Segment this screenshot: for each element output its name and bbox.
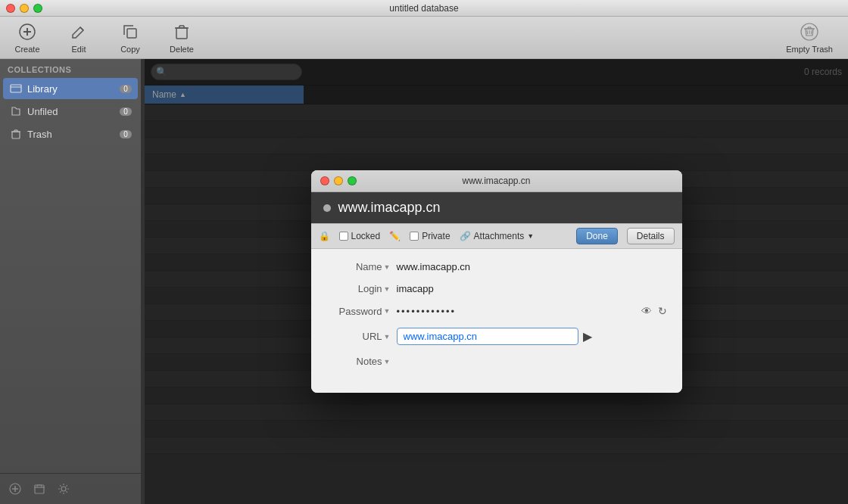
url-field-row: URL ▼ ▶ <box>326 328 667 345</box>
attachments-label: Attachments <box>474 231 525 241</box>
svg-rect-27 <box>35 485 44 493</box>
sidebar-unfiled-label: Unfiled <box>27 106 120 117</box>
edit-icon-item: ✏️ <box>389 231 401 241</box>
login-value: imacapp <box>397 283 434 294</box>
url-dropdown-arrow[interactable]: ▼ <box>384 333 391 341</box>
name-label: Name ▼ <box>326 261 391 272</box>
delete-icon <box>171 21 192 42</box>
edit-toolbar-item[interactable]: Edit <box>61 21 97 54</box>
sidebar-item-trash[interactable]: Trash 0 <box>3 123 138 145</box>
lock-icon: 🔒 <box>319 231 330 241</box>
titlebar: untitled database <box>0 0 848 17</box>
sidebar-unfiled-badge: 0 <box>120 107 132 116</box>
private-checkbox[interactable] <box>410 232 419 241</box>
password-label: Password ▼ <box>326 306 391 317</box>
svg-line-14 <box>807 30 808 34</box>
notes-dropdown-arrow[interactable]: ▼ <box>384 358 391 366</box>
create-icon <box>17 21 38 42</box>
locked-label: Locked <box>351 231 381 241</box>
svg-line-16 <box>812 30 812 34</box>
create-label: Create <box>14 45 39 54</box>
copy-label: Copy <box>120 45 140 54</box>
sidebar: COLLECTIONS Library 0 Unfiled 0 <box>0 59 142 504</box>
empty-trash-button[interactable]: Empty Trash <box>786 21 833 54</box>
pencil-icon: ✏️ <box>389 231 401 241</box>
name-field-row: Name ▼ www.imacapp.cn <box>326 261 667 272</box>
modal-minimize-button[interactable] <box>334 176 343 185</box>
svg-rect-17 <box>11 85 21 92</box>
delete-label: Delete <box>170 45 194 54</box>
window-title: untitled database <box>389 3 458 14</box>
private-toggle[interactable]: Private <box>410 231 450 241</box>
sidebar-item-library[interactable]: Library 0 <box>3 78 138 99</box>
trash-icon <box>9 127 23 141</box>
modal-close-button[interactable] <box>320 176 329 185</box>
unfiled-icon <box>9 104 23 118</box>
content-area: 🔍 0 records Name ▲ <box>145 59 848 504</box>
locked-toggle[interactable]: Locked <box>339 231 381 241</box>
empty-trash-icon <box>799 21 820 42</box>
sidebar-library-badge: 0 <box>120 85 132 93</box>
sidebar-library-label: Library <box>27 83 120 95</box>
refresh-password-icon[interactable]: ↻ <box>658 305 667 317</box>
url-label: URL ▼ <box>326 331 391 342</box>
password-value: •••••••••••• <box>397 306 457 317</box>
open-url-icon[interactable]: ▶ <box>583 329 592 344</box>
copy-icon <box>120 21 141 42</box>
modal-titlebar: www.imacapp.cn <box>311 170 682 192</box>
minimize-button[interactable] <box>20 4 29 13</box>
remove-collection-button[interactable] <box>30 480 48 498</box>
svg-point-32 <box>61 487 66 491</box>
modal-body: Name ▼ www.imacapp.cn Login ▼ imacapp <box>311 249 682 393</box>
reveal-password-icon[interactable]: 👁 <box>641 305 652 317</box>
attachments-button[interactable]: 🔗 Attachments ▼ <box>460 231 535 241</box>
modal-site-title: www.imacapp.cn <box>338 200 441 216</box>
sidebar-trash-label: Trash <box>27 129 120 140</box>
settings-button[interactable] <box>55 480 73 498</box>
create-toolbar-item[interactable]: Create <box>9 21 45 54</box>
notes-label: Notes ▼ <box>326 356 391 367</box>
library-icon <box>9 82 23 95</box>
modal-maximize-button[interactable] <box>348 176 357 185</box>
sidebar-item-unfiled[interactable]: Unfiled 0 <box>3 101 138 122</box>
details-button[interactable]: Details <box>627 228 675 244</box>
attachments-dropdown-arrow: ▼ <box>527 232 534 240</box>
lock-item: 🔒 <box>319 231 330 241</box>
url-input[interactable] <box>397 328 578 345</box>
modal-title: www.imacapp.cn <box>462 176 530 186</box>
collections-header: COLLECTIONS <box>0 59 141 77</box>
password-field-row: Password ▼ •••••••••••• 👁 ↻ <box>326 305 667 317</box>
edit-icon <box>68 21 89 42</box>
svg-rect-4 <box>176 28 187 39</box>
password-dropdown-arrow[interactable]: ▼ <box>384 307 391 315</box>
locked-checkbox[interactable] <box>339 232 348 241</box>
edit-label: Edit <box>72 45 86 54</box>
site-indicator <box>323 204 331 212</box>
add-collection-button[interactable] <box>6 480 24 498</box>
delete-toolbar-item[interactable]: Delete <box>164 21 200 54</box>
login-label: Login ▼ <box>326 283 391 294</box>
notes-field-row: Notes ▼ <box>326 356 667 367</box>
login-dropdown-arrow[interactable]: ▼ <box>384 285 391 293</box>
maximize-button[interactable] <box>33 4 42 13</box>
svg-rect-3 <box>127 29 136 38</box>
name-dropdown-arrow[interactable]: ▼ <box>384 263 391 271</box>
copy-toolbar-item[interactable]: Copy <box>112 21 148 54</box>
done-button[interactable]: Done <box>576 228 618 244</box>
private-label: Private <box>422 231 450 241</box>
name-value: www.imacapp.cn <box>397 261 471 272</box>
empty-trash-label: Empty Trash <box>786 45 833 54</box>
sidebar-footer <box>0 473 141 504</box>
svg-rect-19 <box>12 132 20 138</box>
modal-overlay: www.imacapp.cn www.imacapp.cn 🔒 Locked <box>145 59 848 504</box>
modal-header-row: www.imacapp.cn <box>311 192 682 223</box>
main-toolbar: Create Edit Copy <box>0 17 848 59</box>
modal-titlebar-buttons <box>320 176 357 185</box>
modal-toolbar: 🔒 Locked ✏️ Private 🔗 At <box>311 223 682 249</box>
password-row: •••••••••••• 👁 ↻ <box>397 305 667 317</box>
modal-window: www.imacapp.cn www.imacapp.cn 🔒 Locked <box>311 170 682 393</box>
close-button[interactable] <box>6 4 15 13</box>
sidebar-trash-badge: 0 <box>120 130 132 138</box>
login-field-row: Login ▼ imacapp <box>326 283 667 294</box>
titlebar-buttons <box>6 4 42 13</box>
